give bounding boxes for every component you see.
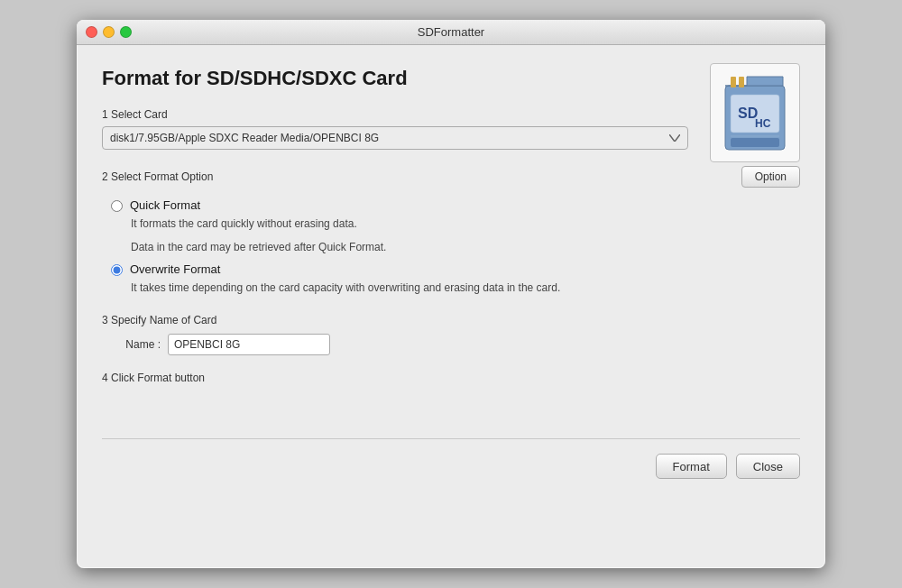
svg-rect-8 — [731, 138, 779, 147]
close-window-button[interactable] — [86, 26, 97, 38]
option-button[interactable]: Option — [741, 166, 800, 188]
section3-label: 3 Specify Name of Card — [102, 314, 800, 326]
name-field-label: Name : — [111, 338, 161, 351]
quick-format-desc1: It formats the card quickly without eras… — [131, 216, 800, 232]
quick-format-label[interactable]: Quick Format — [130, 198, 200, 212]
traffic-lights — [86, 26, 132, 38]
maximize-window-button[interactable] — [120, 26, 132, 38]
bottom-buttons: Format Close — [102, 438, 800, 479]
overwrite-format-option: Overwrite Format — [111, 262, 800, 276]
overwrite-format-radio[interactable] — [111, 264, 123, 276]
sd-card-svg: SD HC — [723, 75, 787, 152]
close-button[interactable]: Close — [736, 454, 800, 479]
name-row: Name : — [111, 334, 800, 355]
quick-format-option: Quick Format — [111, 198, 800, 212]
quick-format-desc2: Data in the card may be retrieved after … — [131, 239, 800, 255]
format-button[interactable]: Format — [656, 454, 727, 479]
minimize-window-button[interactable] — [103, 26, 115, 38]
main-content: SD HC Format for SD/SDHC/SDXC Card 1 Sel… — [77, 45, 825, 568]
quick-format-radio[interactable] — [111, 200, 123, 212]
format-options-group: Quick Format It formats the card quickly… — [111, 198, 800, 296]
section3: 3 Specify Name of Card Name : — [102, 314, 800, 355]
section4-label: 4 Click Format button — [102, 372, 800, 384]
sd-card-image: SD HC — [710, 63, 800, 162]
titlebar: SDFormatter — [77, 20, 825, 45]
section1-label: 1 Select Card — [102, 108, 800, 121]
svg-rect-3 — [739, 77, 744, 87]
card-name-input[interactable] — [168, 334, 330, 355]
section2-label: 2 Select Format Option — [102, 170, 213, 183]
overwrite-format-label[interactable]: Overwrite Format — [130, 262, 220, 276]
section2-header: 2 Select Format Option Option — [102, 166, 800, 188]
svg-text:HC: HC — [755, 117, 771, 130]
page-title: Format for SD/SDHC/SDXC Card — [102, 67, 800, 90]
card-select-dropdown[interactable]: disk1/7.95GB/Apple SDXC Reader Media/OPE… — [102, 126, 688, 150]
card-select-row: disk1/7.95GB/Apple SDXC Reader Media/OPE… — [102, 126, 800, 150]
window-title: SDFormatter — [77, 25, 825, 39]
main-window: SDFormatter SD HC — [77, 20, 825, 568]
svg-rect-2 — [731, 77, 736, 87]
overwrite-format-desc1: It takes time depending on the card capa… — [131, 280, 800, 296]
